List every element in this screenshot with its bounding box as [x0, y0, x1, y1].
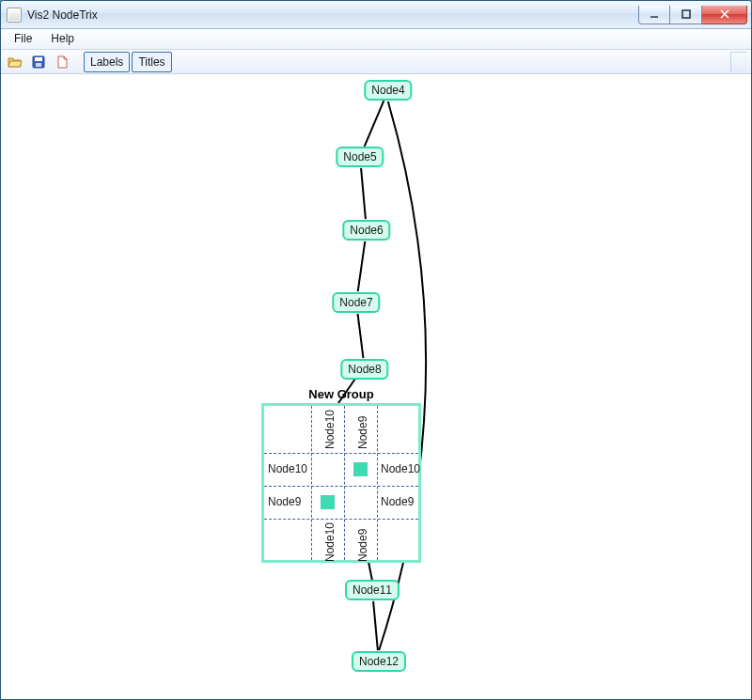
- graph-edge: [368, 562, 372, 581]
- svg-rect-0: [682, 10, 690, 18]
- toggle-labels-label: Labels: [90, 55, 123, 69]
- svg-rect-2: [35, 57, 42, 61]
- new-document-icon: [55, 54, 70, 70]
- toggle-titles[interactable]: Titles: [132, 52, 171, 72]
- window-buttons: [638, 6, 747, 24]
- new-document-button[interactable]: [52, 52, 72, 72]
- minimize-icon: [649, 8, 660, 20]
- graph-edge: [361, 168, 366, 219]
- graph-node[interactable]: Node5: [336, 147, 384, 167]
- minimize-button[interactable]: [638, 6, 670, 24]
- menu-help[interactable]: Help: [41, 29, 84, 49]
- matrix-label: Node10: [381, 462, 420, 475]
- matrix-label: Node10: [268, 462, 307, 475]
- matrix-label: Node10: [323, 522, 337, 562]
- group-title: New Group: [308, 387, 373, 401]
- matrix-gridline: [377, 406, 378, 560]
- save-button[interactable]: [28, 52, 49, 72]
- matrix-gridline: [264, 486, 418, 487]
- matrix-label: Node9: [381, 495, 414, 508]
- matrix-gridline: [344, 406, 345, 560]
- maximize-button[interactable]: [670, 6, 702, 24]
- graph-edge: [358, 241, 366, 291]
- graph-edge: [358, 314, 364, 358]
- svg-rect-3: [36, 63, 41, 67]
- toggle-titles-label: Titles: [138, 55, 164, 69]
- graph-node[interactable]: Node6: [342, 220, 390, 241]
- matrix-cell-on: [353, 462, 368, 476]
- matrix-label: Node10: [323, 410, 337, 449]
- app-window: Vis2 NodeTrix File Help: [0, 0, 752, 700]
- toolbar-overflow[interactable]: [730, 52, 747, 72]
- matrix-cell-on: [321, 495, 335, 509]
- open-icon: [8, 54, 23, 70]
- graph-node[interactable]: Node11: [345, 580, 400, 600]
- matrix-label: Node9: [356, 416, 369, 449]
- matrix-label: Node9: [356, 529, 369, 562]
- matrix-gridline: [264, 519, 418, 520]
- graph-node[interactable]: Node12: [352, 651, 406, 672]
- open-button[interactable]: [5, 52, 25, 72]
- titlebar[interactable]: Vis2 NodeTrix: [1, 1, 751, 29]
- matrix-gridline: [311, 406, 312, 560]
- edges-layer: [1, 74, 751, 699]
- graph-edge: [365, 101, 384, 147]
- window-title: Vis2 NodeTrix: [27, 8, 638, 22]
- graph-node[interactable]: Node4: [364, 80, 412, 101]
- app-icon: [7, 8, 22, 23]
- matrix-gridline: [264, 453, 418, 454]
- toggle-labels[interactable]: Labels: [84, 52, 130, 72]
- graph-node[interactable]: Node8: [340, 359, 388, 380]
- save-icon: [31, 54, 46, 70]
- matrix-label: Node9: [268, 495, 301, 508]
- node-matrix[interactable]: Node10Node9Node10Node9Node10Node9Node10N…: [261, 403, 421, 563]
- graph-edge: [373, 601, 378, 650]
- close-icon: [719, 8, 730, 20]
- close-button[interactable]: [702, 6, 747, 24]
- maximize-icon: [681, 8, 692, 20]
- menu-file[interactable]: File: [5, 29, 41, 49]
- graph-node[interactable]: Node7: [332, 292, 380, 313]
- toolbar: Labels Titles: [1, 50, 751, 74]
- graph-canvas[interactable]: Node4Node5Node6Node7Node8Node11Node12New…: [1, 74, 751, 699]
- menubar: File Help: [1, 29, 751, 50]
